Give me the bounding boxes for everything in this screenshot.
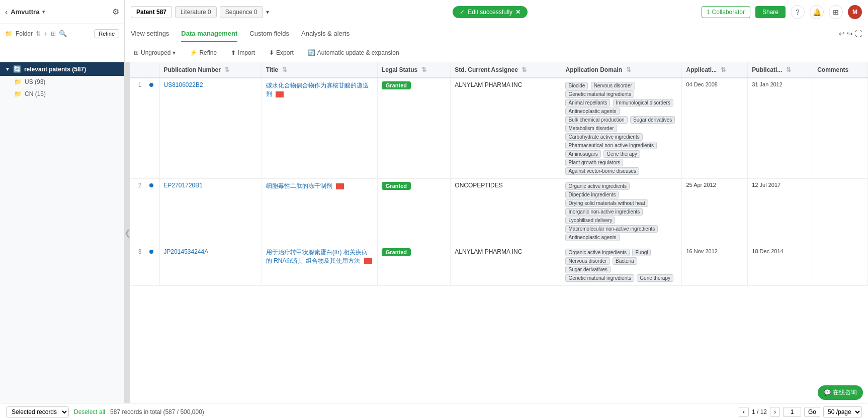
- tab-sequence[interactable]: Sequence 0: [220, 6, 263, 18]
- row-legal-status-3: Granted: [377, 245, 451, 286]
- row-bullet-3: [145, 245, 159, 286]
- help-icon[interactable]: ?: [791, 5, 805, 19]
- row-domain-1: Biocide Nervous disorder Genetic materia…: [561, 78, 682, 179]
- grid-icon[interactable]: ⊞: [829, 5, 843, 19]
- row-assignee-2: ONCOPEPTIDES: [451, 179, 561, 245]
- row-pub-number-3[interactable]: JP2014534244A: [159, 245, 262, 286]
- avatar[interactable]: M: [848, 5, 862, 19]
- active-folder-label: relevant patents (587): [24, 66, 86, 73]
- col-legal-status[interactable]: Legal Status ⇅: [377, 62, 451, 78]
- row-pub-number-2[interactable]: EP2701720B1: [159, 179, 262, 245]
- footer: Selected records Deselect all 587 record…: [0, 403, 868, 420]
- folder-sort-icon[interactable]: ⇅: [36, 30, 41, 37]
- tab-data-management[interactable]: Data management: [181, 26, 237, 42]
- per-page-select[interactable]: 50 /page: [823, 406, 862, 417]
- export-button[interactable]: ⬇ Export: [266, 48, 297, 58]
- ungrouped-dropdown-icon: ▾: [172, 49, 176, 56]
- app-brand[interactable]: Amvuttra: [11, 8, 39, 16]
- sort-pub-number-icon[interactable]: ⇅: [224, 66, 229, 73]
- auto-update-button[interactable]: 🔄 Automatic update & expansion: [305, 48, 402, 58]
- row-domain-3: Organic active ingredients Fungi Nervous…: [561, 245, 682, 286]
- share-button[interactable]: Share: [755, 6, 786, 18]
- sort-assignee-icon[interactable]: ⇅: [522, 66, 527, 73]
- col-application-date[interactable]: Applicati... ⇅: [682, 62, 748, 78]
- row-app-date-1: 04 Dec 2008: [682, 78, 748, 179]
- row-comments-2: [813, 179, 868, 245]
- gear-icon[interactable]: ⚙: [112, 7, 119, 17]
- folder-add-icon[interactable]: +: [44, 30, 48, 38]
- undo-button[interactable]: ↩: [839, 30, 845, 38]
- bell-icon[interactable]: 🔔: [810, 5, 824, 19]
- sidebar-collapse-handle[interactable]: ❮: [125, 62, 130, 403]
- online-chat-button[interactable]: 💬 在线咨询: [818, 385, 863, 400]
- tab-analysis-alerts[interactable]: Analysis & alerts: [301, 26, 350, 42]
- sidebar-item-cn[interactable]: 📁 CN (15): [0, 88, 124, 100]
- record-count: 587 records in total (587 / 500,000): [110, 408, 204, 415]
- row-comments-3: [813, 245, 868, 286]
- deselect-all-link[interactable]: Deselect all: [74, 408, 105, 415]
- tab-dropdown-arrow[interactable]: ▾: [266, 9, 269, 16]
- row-num-2: 2: [130, 179, 145, 245]
- col-pub-number[interactable]: Publication Number ⇅: [159, 62, 262, 78]
- sort-legal-status-icon[interactable]: ⇅: [421, 66, 426, 73]
- tab-patent[interactable]: Patent 587: [131, 6, 172, 18]
- sort-title-icon[interactable]: ⇅: [282, 66, 287, 73]
- close-icon[interactable]: ✕: [515, 9, 520, 16]
- table-row: 3 JP2014534244A 用于治疗转甲状腺素蛋白(ttr) 相关疾病的 R…: [130, 245, 868, 286]
- refresh-icon: 🔄: [13, 65, 21, 73]
- redo-button[interactable]: ↪: [847, 30, 853, 38]
- tab-custom-fields[interactable]: Custom fields: [249, 26, 289, 42]
- import-button[interactable]: ⬆ Import: [228, 48, 258, 58]
- edit-success-banner: ✓ Edit successfully ✕: [453, 6, 528, 18]
- sort-app-date-icon[interactable]: ⇅: [721, 66, 726, 73]
- col-publication-date[interactable]: Publicati... ⇅: [748, 62, 813, 78]
- tab-view-settings[interactable]: View settings: [131, 26, 169, 42]
- row-pub-date-3: 18 Dec 2014: [748, 245, 813, 286]
- edit-success-text: Edit successfully: [468, 9, 512, 16]
- row-app-date-2: 25 Apr 2012: [682, 179, 748, 245]
- sort-domain-icon[interactable]: ⇅: [626, 66, 631, 73]
- sidebar-refine-button[interactable]: Refine: [94, 29, 119, 38]
- chevron-left-icon[interactable]: ‹: [5, 8, 8, 17]
- next-page-button[interactable]: ›: [770, 407, 780, 417]
- pagination: ‹ 1 / 12 › Go 50 /page: [739, 406, 862, 417]
- sidebar-active-folder[interactable]: ▼ 🔄 relevant patents (587): [0, 62, 124, 76]
- col-comments[interactable]: Comments: [813, 62, 868, 78]
- select-records-dropdown[interactable]: Selected records: [6, 406, 69, 417]
- sort-pub-date-icon[interactable]: ⇅: [786, 66, 791, 73]
- table-row: 1 US8106022B2 碳水化合物偶合物作为寡核苷酸的递送剂 Granted: [130, 78, 868, 179]
- red-tag-1: [276, 91, 284, 97]
- table-area: Publication Number ⇅ Title ⇅ Legal Statu…: [130, 62, 868, 403]
- group-icon: ⊞: [134, 49, 139, 56]
- col-domain[interactable]: Application Domain ⇅: [561, 62, 682, 78]
- collaborator-button[interactable]: 1 Collaborator: [702, 6, 750, 18]
- auto-update-icon: 🔄: [308, 49, 315, 56]
- page-number-input[interactable]: [783, 407, 801, 417]
- row-bullet-1: [145, 78, 159, 179]
- go-button[interactable]: Go: [804, 407, 820, 417]
- check-circle-icon: ✓: [460, 9, 465, 16]
- filter-icon: ⚡: [190, 49, 197, 56]
- red-tag-2: [336, 183, 344, 189]
- row-title-2: 细胞毒性二肽的冻干制剂: [262, 179, 377, 245]
- subfolder-icon: 📁: [14, 78, 22, 85]
- row-pub-date-1: 31 Jan 2012: [748, 78, 813, 179]
- row-bullet-2: [145, 179, 159, 245]
- row-pub-date-2: 12 Jul 2017: [748, 179, 813, 245]
- folder-actions-icon[interactable]: ⊞: [51, 30, 56, 37]
- folder-expand-icon[interactable]: ▼: [5, 66, 10, 72]
- brand-dropdown-icon[interactable]: ▾: [42, 9, 45, 15]
- prev-page-button[interactable]: ‹: [739, 407, 749, 417]
- col-assignee[interactable]: Std. Current Assignee ⇅: [451, 62, 561, 78]
- row-legal-status-2: Granted: [377, 179, 451, 245]
- refine-toolbar-button[interactable]: ⚡ Refine: [187, 48, 220, 58]
- row-pub-number-1[interactable]: US8106022B2: [159, 78, 262, 179]
- row-num-1: 1: [130, 78, 145, 179]
- folder-search-icon[interactable]: 🔍: [59, 30, 67, 37]
- page-info: 1 / 12: [752, 408, 767, 415]
- fullscreen-button[interactable]: ⛶: [855, 30, 862, 38]
- ungrouped-button[interactable]: ⊞ Ungrouped ▾: [131, 48, 179, 58]
- tab-literature[interactable]: Literature 0: [175, 6, 217, 18]
- col-title[interactable]: Title ⇅: [262, 62, 377, 78]
- sidebar-item-us[interactable]: 📁 US (93): [0, 76, 124, 88]
